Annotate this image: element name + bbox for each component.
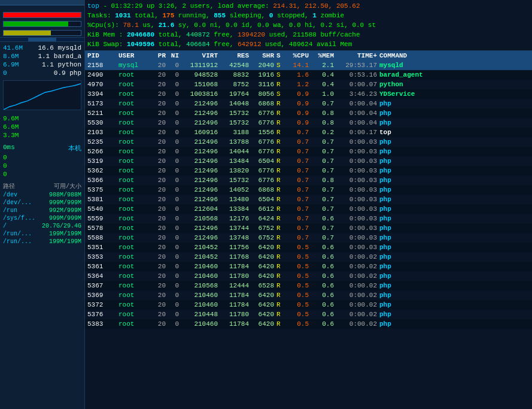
cell-user: root bbox=[118, 253, 151, 261]
table-row[interactable]: 5559 root 20 0 210568 12176 6424 R 0.7 0… bbox=[85, 214, 532, 223]
cell-cmd: php bbox=[379, 291, 530, 299]
cell-virt: 210460 bbox=[181, 272, 220, 280]
table-body: 2158 mysql 20 0 1311912 42548 2040 S 14.… bbox=[85, 60, 532, 409]
table-row[interactable]: 2490 root 20 0 948528 8832 1916 S 1.6 0.… bbox=[85, 70, 532, 80]
cell-res: 11768 bbox=[220, 253, 251, 261]
table-row[interactable]: 5383 root 20 0 210460 11784 6420 R 0.5 0… bbox=[85, 319, 532, 329]
cell-pr: 20 bbox=[151, 310, 168, 319]
table-row[interactable]: 5351 root 20 0 210452 11756 6420 R 0.5 0… bbox=[85, 243, 532, 252]
tab-cmd[interactable] bbox=[56, 38, 84, 41]
cell-res: 14048 bbox=[220, 99, 251, 108]
cell-cmd: php bbox=[379, 281, 530, 290]
col-user-header[interactable]: USER bbox=[118, 52, 151, 59]
cell-pr: 20 bbox=[151, 176, 168, 184]
table-row[interactable]: 4970 root 20 0 151068 8752 3116 R 1.2 0.… bbox=[85, 80, 532, 89]
col-s-header[interactable]: S bbox=[276, 52, 286, 59]
col-time-header[interactable]: TIME+ bbox=[336, 52, 379, 59]
cell-s: R bbox=[276, 253, 286, 261]
table-row[interactable]: 5540 root 20 0 212604 13384 6612 R 0.7 0… bbox=[85, 204, 532, 214]
col-virt-header[interactable]: VIRT bbox=[181, 52, 220, 59]
cell-user: root bbox=[118, 109, 151, 117]
cell-ni: 0 bbox=[168, 71, 181, 79]
cell-user: root bbox=[118, 119, 151, 127]
cell-mem: 0.7 bbox=[311, 186, 336, 194]
cell-pr: 20 bbox=[151, 71, 168, 79]
cell-pr: 20 bbox=[151, 195, 168, 204]
cell-shr: 6776 bbox=[251, 176, 276, 184]
cell-time: 0:00.07 bbox=[336, 80, 379, 89]
col-pid-header[interactable]: PID bbox=[87, 52, 118, 59]
cell-shr: 6776 bbox=[251, 119, 276, 127]
table-row[interactable]: 5235 root 20 0 212496 13788 6776 R 0.7 0… bbox=[85, 137, 532, 147]
cell-shr: 6504 bbox=[251, 195, 276, 204]
cpu-wa: 0.0 bbox=[257, 22, 269, 29]
col-res-header[interactable]: RES bbox=[220, 52, 251, 59]
table-row[interactable]: 5173 root 20 0 212496 14048 6868 R 0.9 0… bbox=[85, 99, 532, 108]
cell-cmd: php bbox=[379, 195, 530, 204]
mem-total: 2046680 bbox=[127, 31, 154, 38]
cell-virt: 160916 bbox=[181, 128, 220, 137]
cell-s: R bbox=[276, 195, 286, 204]
net-v2-val: 6.6M bbox=[3, 123, 19, 131]
cell-time: 0:00.02 bbox=[336, 281, 379, 290]
table-row[interactable]: 5372 root 20 0 210460 11784 6420 R 0.5 0… bbox=[85, 300, 532, 310]
cell-res: 8752 bbox=[220, 80, 251, 89]
cell-user: root bbox=[118, 90, 151, 98]
table-row[interactable]: 5381 root 20 0 212496 13480 6504 R 0.7 0… bbox=[85, 195, 532, 204]
table-row[interactable]: 5578 root 20 0 212496 13744 6752 R 0.7 0… bbox=[85, 223, 532, 233]
col-pr-header[interactable]: PR bbox=[151, 52, 168, 59]
table-row[interactable]: 5588 root 20 0 212496 13748 6752 R 0.7 0… bbox=[85, 233, 532, 243]
tab-mem[interactable] bbox=[0, 38, 28, 41]
cell-pr: 20 bbox=[151, 128, 168, 137]
col-ni-header[interactable]: NI bbox=[168, 52, 181, 59]
disk-run3: /run/... 199M/199M bbox=[3, 238, 81, 246]
cell-cpu: 0.7 bbox=[286, 128, 311, 137]
col-shr-header[interactable]: SHR bbox=[251, 52, 276, 59]
latency-value: 0ms bbox=[3, 144, 15, 153]
cell-cpu: 0.9 bbox=[286, 119, 311, 127]
cell-cmd: php bbox=[379, 157, 530, 165]
table-row[interactable]: 5530 root 20 0 212496 15732 6776 R 0.9 0… bbox=[85, 118, 532, 128]
table-row[interactable]: 5376 root 20 0 210448 11780 6420 R 0.5 0… bbox=[85, 310, 532, 319]
table-row[interactable]: 5361 root 20 0 210460 11784 6420 R 0.5 0… bbox=[85, 262, 532, 271]
cell-mem: 0.4 bbox=[311, 71, 336, 79]
table-row[interactable]: 5366 root 20 0 212496 15732 6776 R 0.7 0… bbox=[85, 175, 532, 185]
cell-pid: 5376 bbox=[87, 310, 118, 319]
col-cmd-header[interactable]: COMMAND bbox=[379, 52, 530, 59]
cell-time: 0:00.02 bbox=[336, 320, 379, 328]
table-row[interactable]: 5211 root 20 0 212496 15732 6776 R 0.9 0… bbox=[85, 108, 532, 118]
cell-cpu: 0.7 bbox=[286, 234, 311, 242]
table-row[interactable]: 5375 root 20 0 212496 14052 6868 R 0.7 0… bbox=[85, 185, 532, 195]
cell-ni: 0 bbox=[168, 186, 181, 194]
table-row[interactable]: 5369 root 20 0 210460 11784 6420 R 0.5 0… bbox=[85, 290, 532, 300]
table-row[interactable]: 5362 root 20 0 212496 13820 6776 R 0.7 0… bbox=[85, 166, 532, 175]
table-row[interactable]: 5364 root 20 0 210460 11780 6420 R 0.5 0… bbox=[85, 271, 532, 281]
cell-res: 13480 bbox=[220, 195, 251, 204]
col-mem-header[interactable]: %MEM bbox=[311, 52, 336, 59]
cell-user: mysql bbox=[118, 61, 151, 69]
table-row[interactable]: 3394 root 20 0 1003816 19764 8056 S 0.9 … bbox=[85, 89, 532, 99]
cell-pr: 20 bbox=[151, 272, 168, 280]
cpu-proc-1: 41.6M 16.6 mysqld bbox=[3, 44, 81, 52]
cell-ni: 0 bbox=[168, 99, 181, 108]
table-row[interactable]: 2158 mysql 20 0 1311912 42548 2040 S 14.… bbox=[85, 60, 532, 70]
cell-cpu: 0.5 bbox=[286, 301, 311, 309]
mem-free: 440872 bbox=[186, 31, 210, 38]
cell-res: 11784 bbox=[220, 320, 251, 328]
table-row[interactable]: 5319 root 20 0 212496 13484 6504 R 0.7 0… bbox=[85, 156, 532, 166]
tasks-zombie: 1 bbox=[312, 12, 317, 19]
cell-time: 0:00.03 bbox=[336, 234, 379, 242]
l0: 0 bbox=[3, 154, 7, 161]
cell-s: R bbox=[276, 272, 286, 280]
col-cpu-header[interactable]: %CPU bbox=[286, 52, 311, 59]
table-row[interactable]: 5266 root 20 0 212496 14044 6776 R 0.7 0… bbox=[85, 147, 532, 156]
tab-cpu[interactable] bbox=[28, 38, 56, 41]
table-row[interactable]: 5353 root 20 0 210452 11768 6420 R 0.5 0… bbox=[85, 252, 532, 262]
cell-res: 15732 bbox=[220, 119, 251, 127]
table-row[interactable]: 5367 root 20 0 210568 12444 6528 R 0.5 0… bbox=[85, 281, 532, 290]
cell-user: root bbox=[118, 186, 151, 194]
cpu-us: 78.1 bbox=[123, 22, 138, 29]
table-row[interactable]: 2103 root 20 0 160916 3188 1556 R 0.7 0.… bbox=[85, 128, 532, 137]
cell-cmd: mysqld bbox=[379, 61, 530, 69]
cell-virt: 212496 bbox=[181, 195, 220, 204]
